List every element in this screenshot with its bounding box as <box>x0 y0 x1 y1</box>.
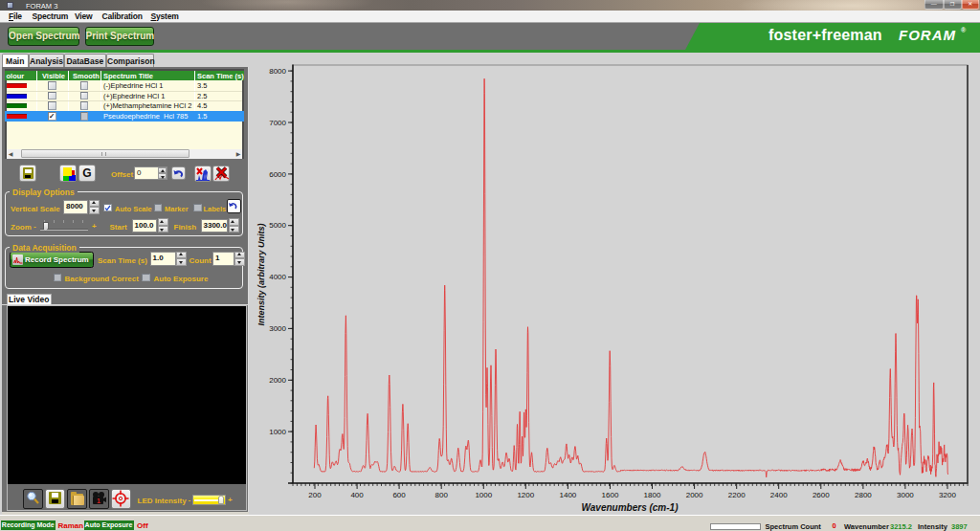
svg-text:1800: 1800 <box>644 491 661 499</box>
svg-text:2800: 2800 <box>855 491 872 499</box>
svg-text:3200: 3200 <box>939 491 956 499</box>
svg-text:Wavenumbers (cm-1): Wavenumbers (cm-1) <box>582 502 679 513</box>
svg-text:2000: 2000 <box>686 491 703 499</box>
svg-text:1000: 1000 <box>269 428 286 436</box>
svg-text:1400: 1400 <box>560 491 577 499</box>
svg-text:7000: 7000 <box>269 119 286 127</box>
svg-text:5000: 5000 <box>269 221 286 230</box>
svg-text:200: 200 <box>308 491 322 499</box>
svg-text:1000: 1000 <box>475 491 492 499</box>
svg-text:2200: 2200 <box>728 491 746 499</box>
svg-text:3000: 3000 <box>897 491 914 499</box>
svg-text:Intensity (arbitrary Units): Intensity (arbitrary Units) <box>256 223 266 325</box>
svg-text:3000: 3000 <box>269 324 286 333</box>
svg-text:600: 600 <box>392 491 406 499</box>
svg-text:2400: 2400 <box>770 491 788 499</box>
svg-text:4000: 4000 <box>269 273 286 281</box>
svg-text:1: 1 <box>97 498 100 504</box>
svg-text:2600: 2600 <box>813 491 830 499</box>
svg-text:800: 800 <box>435 491 449 499</box>
svg-text:1600: 1600 <box>602 491 619 499</box>
svg-text:8000: 8000 <box>269 67 286 76</box>
svg-text:2000: 2000 <box>269 376 286 385</box>
svg-text:6000: 6000 <box>269 170 286 179</box>
svg-text:400: 400 <box>350 491 364 499</box>
svg-text:1200: 1200 <box>517 491 534 499</box>
